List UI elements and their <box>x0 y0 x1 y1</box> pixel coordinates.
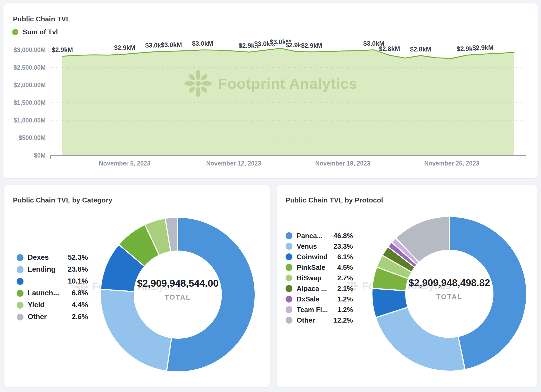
data-point-label: $3.0kM <box>192 40 213 47</box>
donut-slice-panca[interactable] <box>449 216 527 370</box>
legend-item-yield[interactable]: Yield4.4% <box>17 299 88 311</box>
tvl-area-chart: $3,000.00M$2,500.00M$2,000.00M$1,500.00M… <box>3 3 538 178</box>
x-axis-tick-label: November 5, 2023 <box>99 160 151 167</box>
legend-dot-icon <box>17 278 24 285</box>
legend-dot-icon <box>286 243 292 250</box>
legend-item-launch[interactable]: Launch...6.8% <box>17 287 88 299</box>
data-point-label: $2.8kM <box>379 45 400 52</box>
legend-item-percent: 2.6% <box>63 313 88 321</box>
legend-item-label: Coinwind <box>297 253 328 261</box>
data-point-label: $2.9kM <box>52 46 73 53</box>
data-point-label: $2.9kM <box>301 42 322 49</box>
category-donut-chart <box>93 210 262 379</box>
legend-item-unnamed[interactable]: 10.1% <box>17 275 88 287</box>
legend-dot-icon <box>286 253 292 260</box>
legend-dot-icon <box>17 254 24 261</box>
tvl-series-legend[interactable]: Sum of Tvl <box>12 28 58 36</box>
legend-item-venus[interactable]: Venus23.3% <box>286 241 353 252</box>
legend-item-percent: 12.2% <box>328 316 353 324</box>
legend-item-biswap[interactable]: BiSwap2.7% <box>286 273 353 283</box>
y-axis-tick-label: $3,000.00M <box>14 46 46 53</box>
legend-item-pinksale[interactable]: PinkSale4.5% <box>286 262 353 273</box>
data-point-label: $3.0kM <box>161 41 182 48</box>
legend-dot-icon <box>286 285 292 292</box>
donut-slice-venus[interactable] <box>376 307 465 371</box>
legend-item-percent: 1.2% <box>328 295 353 303</box>
legend-dot-icon <box>286 232 292 239</box>
protocol-donut-card: Public Chain TVL by Protocol Footprint A… <box>276 185 537 388</box>
legend-item-label: Dexes <box>28 253 63 262</box>
legend-item-percent: 6.8% <box>63 289 88 297</box>
legend-item-lending[interactable]: Lending23.8% <box>17 263 88 275</box>
legend-dot-icon <box>286 264 292 271</box>
legend-item-percent: 23.8% <box>63 265 88 273</box>
protocol-donut-chart <box>365 209 534 378</box>
tvl-chart-card: Footprint Analytics $3,000.00M$2,500.00M… <box>3 3 538 178</box>
legend-item-dxsale[interactable]: DxSale1.2% <box>286 294 353 304</box>
legend-item-label: DxSale <box>297 295 328 303</box>
legend-item-panca[interactable]: Panca...46.8% <box>286 230 353 241</box>
legend-item-label: Launch... <box>28 289 63 297</box>
legend-dot-icon <box>17 266 24 273</box>
y-axis-tick-label: $0M <box>34 152 46 159</box>
category-donut-card: Public Chain TVL by Category Footprint A… <box>4 185 270 388</box>
legend-dot-icon <box>286 296 292 303</box>
legend-item-label: Yield <box>28 301 63 309</box>
legend-item-label: Other <box>28 313 63 321</box>
y-axis-tick-label: $2,000.00M <box>14 82 46 88</box>
legend-item-label: Lending <box>28 265 63 273</box>
legend-item-label: PinkSale <box>297 263 328 272</box>
legend-item-label: Team Fi... <box>297 306 328 314</box>
legend-item-label: Alpaca ... <box>297 285 328 293</box>
category-donut-legend: Dexes52.3%Lending23.8%10.1%Launch...6.8%… <box>17 252 88 323</box>
donut-slice-dexes[interactable] <box>167 217 255 372</box>
legend-dot-icon <box>12 29 18 35</box>
tvl-series-legend-label: Sum of Tvl <box>23 28 58 36</box>
legend-item-dexes[interactable]: Dexes52.3% <box>17 252 88 263</box>
protocol-card-title: Public Chain TVL by Protocol <box>286 196 383 204</box>
legend-item-label: BiSwap <box>297 274 328 282</box>
legend-item-label: Panca... <box>297 232 328 240</box>
legend-item-alpaca[interactable]: Alpaca ...2.1% <box>286 283 353 294</box>
legend-item-coinwind[interactable]: Coinwind6.1% <box>286 252 353 262</box>
legend-dot-icon <box>17 302 24 309</box>
legend-item-percent: 10.1% <box>63 277 88 285</box>
data-point-label: $2.8kM <box>410 46 431 53</box>
tvl-area-fill[interactable] <box>62 48 514 155</box>
legend-item-percent: 52.3% <box>63 253 88 262</box>
legend-item-other[interactable]: Other12.2% <box>286 315 353 325</box>
y-axis-tick-label: $500.00M <box>19 134 46 141</box>
legend-item-percent: 2.1% <box>328 285 353 293</box>
legend-item-label: Other <box>297 316 328 324</box>
data-point-label: $2.9kM <box>472 44 493 51</box>
y-axis-tick-label: $1,500.00M <box>14 99 46 106</box>
legend-item-percent: 46.8% <box>328 232 353 240</box>
legend-dot-icon <box>17 314 24 320</box>
x-axis-tick-label: November 12, 2023 <box>206 160 261 167</box>
category-card-title: Public Chain TVL by Category <box>13 196 112 204</box>
legend-dot-icon <box>286 275 292 281</box>
legend-item-team-fi[interactable]: Team Fi...1.2% <box>286 304 353 315</box>
legend-item-percent: 2.7% <box>328 274 353 282</box>
legend-item-percent: 6.1% <box>328 253 353 261</box>
x-axis-tick-label: November 26, 2023 <box>424 160 479 167</box>
y-axis-tick-label: $2,500.00M <box>14 64 46 71</box>
legend-item-label: Venus <box>297 242 328 251</box>
legend-dot-icon <box>17 290 24 297</box>
y-axis-tick-label: $1,000.00M <box>14 117 46 124</box>
protocol-donut-legend: Panca...46.8%Venus23.3%Coinwind6.1%PinkS… <box>286 230 353 325</box>
legend-item-percent: 1.2% <box>328 306 353 314</box>
tvl-chart-title: Public Chain TVL <box>13 15 70 23</box>
legend-dot-icon <box>286 306 292 313</box>
legend-dot-icon <box>286 317 292 324</box>
legend-item-other[interactable]: Other2.6% <box>17 311 88 323</box>
legend-item-percent: 4.5% <box>328 263 353 272</box>
x-axis-tick-label: November 19, 2023 <box>315 160 370 167</box>
legend-item-percent: 23.3% <box>328 242 353 251</box>
legend-item-percent: 4.4% <box>63 301 88 309</box>
donut-slice-lending[interactable] <box>100 289 171 371</box>
data-point-label: $2.9kM <box>114 44 135 51</box>
